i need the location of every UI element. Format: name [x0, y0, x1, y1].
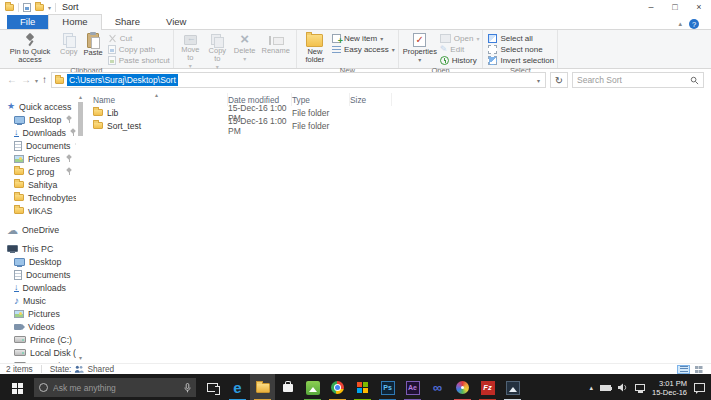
sidebar-item-pc-music[interactable]: ♪ Music	[0, 294, 76, 307]
taskbar-filezilla-button[interactable]: Fz	[475, 374, 500, 400]
select-none-button[interactable]: Select none	[488, 44, 554, 54]
sidebar-item-pictures[interactable]: Pictures	[0, 152, 76, 165]
forward-button[interactable]: →	[21, 75, 31, 85]
tab-share[interactable]: Share	[102, 15, 153, 29]
start-button[interactable]	[0, 374, 34, 400]
cortana-search-box[interactable]	[34, 378, 196, 397]
easy-access-button[interactable]: Easy access ▾	[332, 44, 395, 54]
taskbar-clock[interactable]: 3:01 PM 15-Dec-16	[652, 379, 687, 397]
pin-icon	[23, 32, 37, 47]
icons-view-button[interactable]	[692, 365, 705, 374]
sidebar-item-drive-e[interactable]: Entertainment (E	[0, 359, 76, 363]
taskbar-office-grid-button[interactable]	[350, 374, 375, 400]
sidebar-item-this-pc[interactable]: This PC	[0, 242, 76, 255]
sidebar-item-pc-downloads[interactable]: ↓ Downloads	[0, 281, 76, 294]
battery-icon[interactable]	[600, 385, 611, 391]
minimize-button[interactable]: –	[639, 0, 663, 14]
column-header-name[interactable]: ▴ Name	[91, 93, 228, 106]
sidebar-scrollbar[interactable]: ▴ ▾	[76, 91, 85, 363]
invert-selection-button[interactable]: Invert selection	[488, 55, 554, 65]
new-folder-button[interactable]: New folder	[300, 31, 330, 65]
copy-path-button[interactable]: Copy path	[108, 44, 170, 54]
column-header-size[interactable]: Size	[350, 93, 392, 106]
folder-icon	[93, 122, 103, 129]
sidebar-item-quick-access[interactable]: ★ Quick access	[0, 100, 76, 113]
sidebar-item-vikas[interactable]: vIKAS	[0, 204, 76, 217]
taskbar-file-explorer-button[interactable]	[250, 374, 275, 400]
sidebar-item-drive-c[interactable]: Prince (C:)	[0, 333, 76, 346]
microphone-icon[interactable]	[184, 383, 191, 393]
taskbar-swirl-app-button[interactable]	[450, 374, 475, 400]
refresh-button[interactable]: ↻	[550, 72, 568, 88]
copy-to-button[interactable]: Copy to ▾	[204, 31, 231, 72]
properties-button[interactable]: ✓ Properties ▾	[402, 31, 438, 65]
open-button[interactable]: Open ▾	[440, 33, 480, 43]
taskbar-after-effects-button[interactable]: Ae	[400, 374, 425, 400]
action-center-icon[interactable]	[694, 383, 705, 392]
taskbar-infinity-app-button[interactable]: ∞	[425, 374, 450, 400]
file-row-lib[interactable]: Lib 15-Dec-16 1:00 PM File folder	[91, 106, 711, 119]
qat-customize-icon[interactable]: ▾	[48, 4, 51, 11]
tab-view[interactable]: View	[153, 15, 199, 29]
taskbar-chrome-button[interactable]	[325, 374, 350, 400]
sidebar-item-drive-d[interactable]: Local Disk (D:)	[0, 346, 76, 359]
history-button[interactable]: History	[440, 55, 480, 65]
sidebar-item-technobytes[interactable]: Technobytes	[0, 191, 76, 204]
file-row-sort-test[interactable]: Sort_test 15-Dec-16 1:00 PM File folder	[91, 119, 711, 132]
pin-to-quick-access-button[interactable]: Pin to Quick access	[3, 31, 57, 65]
select-all-button[interactable]: Select all	[488, 33, 554, 43]
scroll-down-icon[interactable]: ▾	[79, 354, 82, 361]
sidebar-item-pc-desktop[interactable]: Desktop	[0, 255, 76, 268]
collapse-ribbon-icon[interactable]: ▴	[678, 20, 682, 28]
taskbar-search-input[interactable]	[53, 383, 179, 393]
cut-button[interactable]: Cut	[108, 33, 170, 43]
scrollbar-thumb[interactable]	[78, 102, 83, 136]
address-bar[interactable]: C:\Users\Suraj\Desktop\Sort ▾	[51, 72, 546, 88]
sidebar-item-documents[interactable]: Documents	[0, 139, 76, 152]
paste-shortcut-button[interactable]: Paste shortcut	[108, 55, 170, 65]
close-button[interactable]: ×	[687, 0, 711, 14]
divider	[18, 3, 19, 12]
taskbar-edge-button[interactable]: e	[225, 374, 250, 400]
qat-properties-icon[interactable]	[23, 3, 31, 12]
paste-button[interactable]: Paste	[81, 31, 106, 58]
taskbar-photoshop-button[interactable]: Ps	[375, 374, 400, 400]
tab-home[interactable]: Home	[48, 14, 101, 30]
tab-file[interactable]: File	[7, 15, 48, 29]
sidebar-item-desktop[interactable]: Desktop	[0, 113, 76, 126]
address-path[interactable]: C:\Users\Suraj\Desktop\Sort	[67, 74, 178, 86]
back-button[interactable]: ←	[7, 75, 17, 85]
copy-button[interactable]: Copy	[57, 31, 81, 57]
maximize-button[interactable]: □	[663, 0, 687, 14]
taskbar-store-button[interactable]	[275, 374, 300, 400]
move-to-button[interactable]: Move to ▾	[177, 31, 204, 71]
volume-icon[interactable]	[618, 383, 628, 392]
qat-new-folder-icon[interactable]	[35, 4, 44, 11]
tray-expand-icon[interactable]: ▴	[589, 384, 593, 392]
up-button[interactable]: ↑	[42, 75, 47, 85]
sidebar-item-pc-videos[interactable]: Videos	[0, 320, 76, 333]
sidebar-item-onedrive[interactable]: ☁ OneDrive	[0, 223, 76, 236]
delete-button[interactable]: × Delete ▾	[231, 31, 259, 64]
edit-button[interactable]: ✎ Edit	[440, 44, 480, 54]
taskbar-task-view-button[interactable]	[200, 374, 225, 400]
scroll-up-icon[interactable]: ▴	[79, 93, 82, 100]
sidebar-item-c-prog[interactable]: C prog	[0, 165, 76, 178]
address-dropdown-icon[interactable]: ▾	[532, 77, 545, 84]
sidebar-item-downloads[interactable]: ↓ Downloads	[0, 126, 76, 139]
shared-people-icon	[74, 365, 84, 373]
taskbar-photos-button[interactable]	[500, 374, 525, 400]
column-header-type[interactable]: Type	[292, 93, 350, 106]
sidebar-item-pc-pictures[interactable]: Pictures	[0, 307, 76, 320]
taskbar-green-photo-app-button[interactable]	[300, 374, 325, 400]
rename-button[interactable]: Rename	[259, 31, 293, 56]
network-icon[interactable]	[635, 384, 645, 391]
details-view-button[interactable]	[677, 365, 690, 374]
new-item-button[interactable]: New item ▾	[332, 33, 395, 43]
sidebar-item-pc-documents[interactable]: Documents	[0, 268, 76, 281]
recent-locations-icon[interactable]: ▾	[35, 77, 38, 84]
sidebar-item-sahitya[interactable]: Sahitya	[0, 178, 76, 191]
search-box[interactable]	[572, 72, 704, 88]
help-icon[interactable]: ?	[689, 19, 699, 29]
search-input[interactable]	[577, 75, 690, 85]
